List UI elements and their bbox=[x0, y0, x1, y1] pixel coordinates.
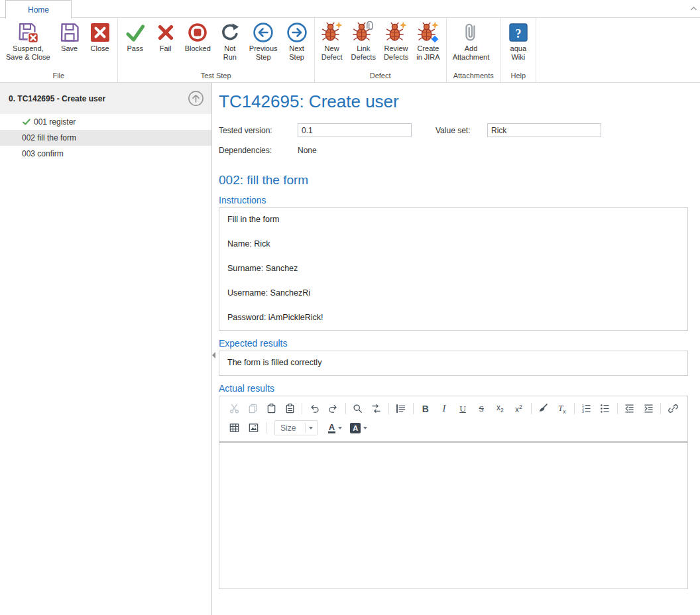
bold-icon: B bbox=[422, 404, 429, 414]
font-size-combo[interactable]: Size bbox=[274, 420, 318, 435]
passed-check-icon bbox=[22, 117, 31, 127]
step-list-item[interactable]: 003 confirm bbox=[0, 146, 211, 162]
value-set-input[interactable] bbox=[487, 123, 601, 137]
indent-icon bbox=[643, 403, 654, 414]
ribbon-button-close[interactable]: Close bbox=[85, 20, 115, 54]
link-button[interactable] bbox=[664, 400, 682, 417]
ribbon-button-next-step[interactable]: Next Step bbox=[282, 20, 312, 63]
test-case-title: 0. TC142695 - Create user bbox=[9, 94, 105, 103]
text-color-button[interactable]: A bbox=[323, 419, 347, 436]
instructions-label: Instructions bbox=[219, 195, 688, 205]
strike-icon: S bbox=[479, 404, 484, 414]
cut-button[interactable] bbox=[225, 400, 243, 417]
splitter-collapse-handle[interactable] bbox=[212, 352, 215, 359]
bg-color-button[interactable]: A bbox=[347, 419, 371, 436]
blockquote-button[interactable] bbox=[392, 400, 410, 417]
wiki-icon: ? bbox=[507, 21, 530, 44]
ribbon-button-blocked[interactable]: Blocked bbox=[181, 20, 215, 54]
replace-button[interactable] bbox=[367, 400, 386, 417]
bug-link-icon bbox=[352, 21, 375, 44]
ribbon-button-save[interactable]: Save bbox=[54, 20, 85, 54]
ribbon-button-pass[interactable]: Pass bbox=[120, 20, 150, 54]
step-list-item[interactable]: 001 register bbox=[0, 114, 211, 130]
test-execution-window: Home Suspend, Save & CloseSaveCloseFileP… bbox=[0, 0, 700, 615]
pass-icon bbox=[124, 21, 146, 44]
ribbon-tab-bar: Home bbox=[0, 0, 700, 18]
editor-content-area[interactable] bbox=[219, 441, 687, 588]
ribbon-button-aqua-wiki[interactable]: ?aqua Wiki bbox=[503, 20, 534, 63]
main-panel: TC142695: Create user Tested version: Va… bbox=[213, 83, 700, 615]
ribbon-button-link-defects[interactable]: Link Defects bbox=[347, 20, 380, 63]
ribbon-button-new-defect[interactable]: New Defect bbox=[317, 20, 347, 63]
outdent-button[interactable] bbox=[620, 400, 639, 417]
ribbon-group-defect: New DefectLink DefectsReview DefectsCrea… bbox=[315, 18, 447, 82]
ribbon-button-review-defects[interactable]: Review Defects bbox=[380, 20, 412, 63]
image-icon bbox=[248, 422, 259, 433]
ribbon-group-label: Defect bbox=[315, 71, 446, 82]
ribbon-group-buttons: PassFailBlockedNot RunPrevious StepNext … bbox=[118, 18, 314, 71]
undo-button[interactable] bbox=[305, 400, 323, 417]
ribbon-button-previous-step[interactable]: Previous Step bbox=[245, 20, 282, 63]
paste-button[interactable] bbox=[262, 400, 280, 417]
table-button[interactable] bbox=[225, 419, 244, 436]
italic-button[interactable]: I bbox=[435, 400, 453, 417]
svg-text:?: ? bbox=[515, 27, 521, 40]
copy-button[interactable] bbox=[243, 400, 262, 417]
ribbon-button-label: Blocked bbox=[185, 44, 211, 53]
save-close-icon bbox=[17, 21, 39, 44]
actual-results-editor: BIUSx2x2Tx123 SizeAA bbox=[219, 396, 688, 589]
not-run-icon bbox=[219, 21, 241, 44]
ribbon-button-label: Pass bbox=[127, 44, 143, 53]
toolbar-separator bbox=[531, 403, 532, 414]
copy-format-button[interactable] bbox=[534, 400, 552, 417]
remove-format-button[interactable]: Tx bbox=[553, 400, 571, 417]
chevron-down-icon bbox=[309, 427, 313, 429]
redo-button[interactable] bbox=[324, 400, 343, 417]
bulleted-list-button[interactable] bbox=[596, 400, 614, 417]
circle-up-icon[interactable] bbox=[187, 89, 205, 107]
instruction-paragraph: Name: Rick bbox=[227, 239, 679, 249]
subscript-button[interactable]: x2 bbox=[491, 400, 509, 417]
image-button[interactable] bbox=[244, 419, 263, 436]
ribbon-button-add-attachment[interactable]: Add Attachment bbox=[449, 20, 494, 63]
bg-color-icon: A bbox=[350, 423, 361, 433]
tab-home[interactable]: Home bbox=[5, 0, 72, 19]
strike-button[interactable]: S bbox=[472, 400, 491, 417]
redo-icon bbox=[327, 403, 339, 414]
sidebar-header: 0. TC142695 - Create user bbox=[0, 83, 211, 114]
instruction-paragraph: Fill in the form bbox=[227, 215, 679, 224]
ribbon-button-not-run[interactable]: Not Run bbox=[215, 20, 245, 63]
scrollbar-up-icon[interactable] bbox=[690, 2, 697, 14]
ribbon-button-label: Review Defects bbox=[384, 44, 408, 62]
numbered-list-button[interactable]: 123 bbox=[577, 400, 596, 417]
numbered-list-icon: 123 bbox=[581, 403, 592, 414]
find-button[interactable] bbox=[349, 400, 367, 417]
paste-text-button[interactable] bbox=[280, 400, 299, 417]
ribbon-button-label: Suspend, Save & Close bbox=[6, 44, 50, 62]
underline-button[interactable]: U bbox=[453, 400, 472, 417]
ribbon-button-label: Next Step bbox=[289, 44, 304, 62]
bold-button[interactable]: B bbox=[416, 400, 435, 417]
ribbon-button-suspend-save-close[interactable]: Suspend, Save & Close bbox=[2, 20, 54, 63]
expected-paragraph: The form is filled correctly bbox=[227, 358, 679, 367]
subscript-icon: x2 bbox=[496, 403, 504, 414]
ribbon-button-create-in-jira[interactable]: Create in JIRA bbox=[412, 20, 443, 63]
bug-review-icon bbox=[385, 21, 408, 44]
tested-version-label: Tested version: bbox=[219, 126, 298, 135]
ribbon-button-label: New Defect bbox=[321, 44, 343, 62]
text-color-icon: A bbox=[328, 423, 335, 433]
save-icon bbox=[58, 21, 81, 44]
tested-version-input[interactable] bbox=[298, 123, 412, 137]
ribbon: Suspend, Save & CloseSaveCloseFilePassFa… bbox=[0, 18, 700, 83]
indent-button[interactable] bbox=[639, 400, 658, 417]
cut-icon bbox=[229, 403, 240, 414]
ribbon-group-label: Test Step bbox=[118, 71, 314, 82]
prev-step-icon bbox=[252, 21, 274, 44]
superscript-button[interactable]: x2 bbox=[509, 400, 528, 417]
ribbon-button-label: Fail bbox=[160, 44, 172, 53]
ribbon-button-label: Link Defects bbox=[351, 44, 376, 62]
toolbar-separator bbox=[574, 403, 575, 414]
ribbon-button-fail[interactable]: Fail bbox=[150, 20, 181, 54]
step-list-item[interactable]: 002 fill the form bbox=[0, 130, 211, 146]
toolbar-separator bbox=[345, 403, 346, 414]
